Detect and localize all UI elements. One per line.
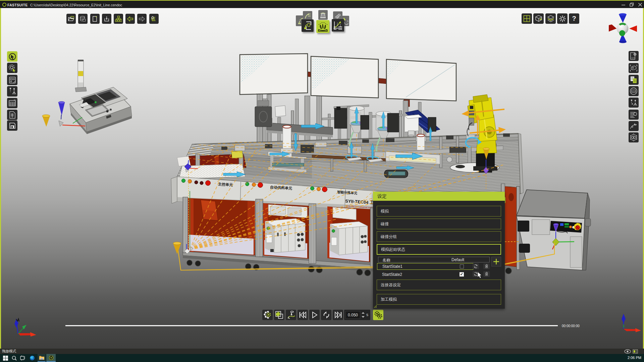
svg-text:00:00:00:00: 00:00:00:00 (562, 324, 580, 328)
svg-text:主控单元: 主控单元 (218, 182, 233, 187)
svg-text:</>: </> (632, 90, 636, 93)
svg-text:</>: </> (631, 57, 635, 59)
